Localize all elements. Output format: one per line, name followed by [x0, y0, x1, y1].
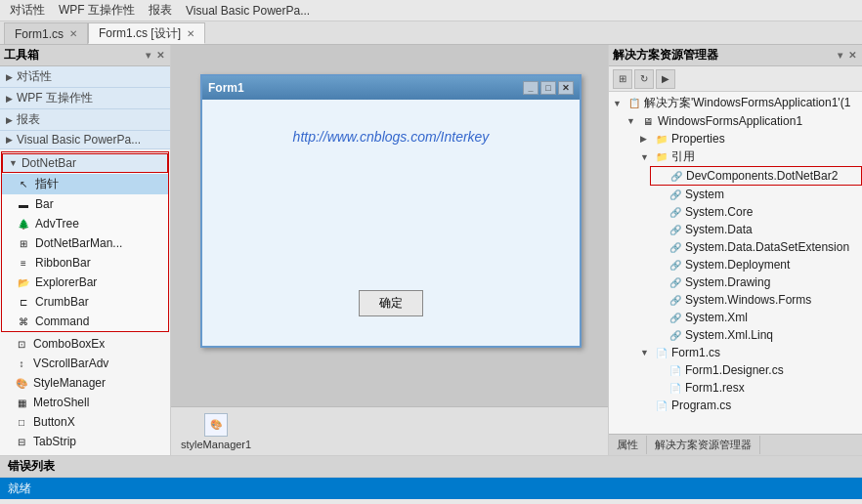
- toolbox-item-ribbonbar[interactable]: ≡ RibbonBar: [2, 253, 168, 273]
- bottom-bar: 错误列表 就绪: [0, 455, 862, 504]
- solution-close-btn[interactable]: ✕: [846, 50, 858, 61]
- tree-solution-root[interactable]: ▼ 📋 解决方案'WindowsFormsApplication1'(1: [609, 94, 862, 112]
- tree-ref-devcomponents[interactable]: 🔗 DevComponents.DotNetBar2: [650, 166, 862, 186]
- component-style-manager[interactable]: 🎨 styleManager1: [181, 413, 251, 450]
- tree-project[interactable]: ▼ 🖥 WindowsFormsApplication1: [623, 112, 862, 130]
- system-xml-icon: 🔗: [668, 310, 683, 325]
- toolbox-item-advtree[interactable]: 🌲 AdvTree: [2, 214, 168, 233]
- form1-designer-icon: 📄: [668, 362, 683, 378]
- section-label-dialog: 对话性: [17, 68, 52, 85]
- toolbox-title: 工具箱: [4, 47, 39, 63]
- solution-pin-btn[interactable]: ▾: [836, 50, 844, 61]
- toolbox-header: 工具箱 ▾ ✕: [0, 45, 170, 66]
- toolbox-item-dotnetbarmgr[interactable]: ⊞ DotNetBarMan...: [2, 233, 168, 253]
- tree-form1-cs[interactable]: ▼ 📄 Form1.cs: [636, 344, 862, 361]
- properties-label: Properties: [671, 132, 725, 146]
- toolbox-close-btn[interactable]: ✕: [154, 50, 166, 61]
- toolbox-content: ▶ 对话性 ▶ WPF 互操作性 ▶ 报表 ▶ Visual Basic Pow…: [0, 66, 170, 455]
- toolbox-item-tabstrip[interactable]: ⊟ TabStrip: [0, 432, 170, 451]
- solution-header: 解决方案资源管理器 ▾ ✕: [609, 45, 862, 66]
- tab-form1-design[interactable]: Form1.cs [设计] ✕: [88, 22, 205, 44]
- form-window: Form1 _ □ ✕ http://www.cnblogs.com/Inter…: [200, 74, 582, 348]
- style-manager-icon: 🎨: [204, 413, 228, 437]
- tree-ref-system-data-ext[interactable]: 🔗 System.Data.DataSetExtension: [650, 238, 862, 256]
- solution-icon: 📋: [626, 96, 642, 111]
- tree-ref-system-data[interactable]: 🔗 System.Data: [650, 221, 862, 238]
- menu-item-vb[interactable]: Visual Basic PowerPa...: [180, 2, 316, 20]
- form-ok-button[interactable]: 确定: [359, 290, 423, 316]
- tab-close-form1-design[interactable]: ✕: [187, 28, 194, 39]
- sol-tool-btn-1[interactable]: ⊞: [613, 69, 632, 89]
- form-close-btn[interactable]: ✕: [558, 81, 574, 95]
- toolbox-item-bar[interactable]: ▬ Bar: [2, 194, 168, 214]
- toolbox-item-pointer[interactable]: ↖ 指针: [2, 174, 168, 194]
- sol-tab-properties[interactable]: 属性: [609, 436, 647, 454]
- form1-icon: 📄: [654, 345, 669, 360]
- menu-item-dialog[interactable]: 对话性: [4, 0, 51, 21]
- system-core-icon: 🔗: [668, 204, 683, 220]
- form-maximize-btn[interactable]: □: [540, 81, 556, 95]
- form-title: Form1: [208, 81, 244, 95]
- tree-form1-designer[interactable]: 📄 Form1.Designer.cs: [650, 361, 862, 379]
- section-header-vb[interactable]: ▶ Visual Basic PowerPa...: [0, 131, 170, 149]
- explorer-icon: 📂: [16, 274, 31, 290]
- style-icon: 🎨: [14, 375, 29, 391]
- menu-item-wpf[interactable]: WPF 互操作性: [53, 0, 141, 21]
- toolbox-pin-btn[interactable]: ▾: [144, 50, 152, 61]
- tab-form1-cs[interactable]: Form1.cs ✕: [4, 22, 88, 44]
- properties-icon: 📁: [654, 131, 669, 147]
- toolbox-item-vscrollbarAdv[interactable]: ↕ VScrollBarAdv: [0, 354, 170, 373]
- section-header-dialog[interactable]: ▶ 对话性: [0, 66, 170, 88]
- designer-canvas: Form1 _ □ ✕ http://www.cnblogs.com/Inter…: [171, 45, 608, 406]
- solution-header-buttons: ▾ ✕: [836, 50, 858, 61]
- form-minimize-btn[interactable]: _: [523, 81, 539, 95]
- toolbox-item-stylemanager[interactable]: 🎨 StyleManager: [0, 373, 170, 393]
- system-data-icon: 🔗: [668, 222, 683, 237]
- form-body: http://www.cnblogs.com/Interkey 确定: [202, 100, 580, 346]
- project-label: WindowsFormsApplication1: [658, 114, 802, 128]
- tree-properties[interactable]: ▶ 📁 Properties: [636, 130, 862, 147]
- tree-ref-system-winforms[interactable]: 🔗 System.Windows.Forms: [650, 291, 862, 309]
- system-icon: 🔗: [668, 187, 683, 202]
- combo-icon: ⊡: [14, 336, 29, 352]
- sol-tool-btn-2[interactable]: ↻: [634, 69, 654, 89]
- menu-item-report[interactable]: 报表: [143, 0, 178, 21]
- tab-close-form1-cs[interactable]: ✕: [69, 28, 77, 39]
- section-label-wpf: WPF 互操作性: [17, 90, 93, 106]
- system-label: System: [685, 188, 724, 201]
- tree-references[interactable]: ▼ 📁 引用: [636, 147, 862, 166]
- tabstrip-icon: ⊟: [14, 434, 29, 449]
- section-header-dotnetbar[interactable]: ▼ DotNetBar: [2, 153, 168, 173]
- tree-ref-system-core[interactable]: 🔗 System.Core: [650, 203, 862, 221]
- toolbox-item-buttonx[interactable]: □ ButtonX: [0, 412, 170, 432]
- tree-ref-system-xml-linq[interactable]: 🔗 System.Xml.Linq: [650, 326, 862, 344]
- tree-ref-system-deployment[interactable]: 🔗 System.Deployment: [650, 256, 862, 273]
- tree-ref-system[interactable]: 🔗 System: [650, 186, 862, 203]
- advtree-icon: 🌲: [16, 216, 31, 231]
- system-drawing-label: System.Drawing: [685, 275, 770, 289]
- sol-tool-btn-3[interactable]: ▶: [656, 69, 675, 89]
- section-header-report[interactable]: ▶ 报表: [0, 109, 170, 131]
- tree-ref-system-xml[interactable]: 🔗 System.Xml: [650, 309, 862, 326]
- tree-ref-system-drawing[interactable]: 🔗 System.Drawing: [650, 273, 862, 291]
- form1-resx-icon: 📄: [668, 380, 683, 396]
- dotnetbar-items: ↖ 指针 ▬ Bar 🌲 AdvTree ⊞ DotNetBarMan...: [2, 174, 168, 331]
- vscroll-icon: ↕: [14, 356, 29, 371]
- toolbox-item-crumbbar[interactable]: ⊏ CrumbBar: [2, 292, 168, 312]
- references-label: 引用: [671, 148, 695, 165]
- devcomp-icon: 🔗: [668, 168, 684, 184]
- devcomp-label: DevComponents.DotNetBar2: [686, 169, 838, 183]
- tree-form1-resx[interactable]: 📄 Form1.resx: [650, 379, 862, 397]
- tree-program-cs[interactable]: 📄 Program.cs: [636, 397, 862, 414]
- toolbox-item-command[interactable]: ⌘ Command: [2, 312, 168, 331]
- triangle-icon-dnb: ▼: [9, 158, 18, 168]
- triangle-icon: ▶: [6, 72, 13, 82]
- pointer-icon: ↖: [16, 177, 31, 192]
- sol-tab-solution-explorer[interactable]: 解决方案资源管理器: [647, 436, 760, 454]
- toolbox-panel: 工具箱 ▾ ✕ ▶ 对话性 ▶ WPF 互操作性 ▶ 报表 ▶ Visual B: [0, 45, 171, 455]
- toolbox-item-explorerbar[interactable]: 📂 ExplorerBar: [2, 273, 168, 292]
- section-header-wpf[interactable]: ▶ WPF 互操作性: [0, 88, 170, 109]
- toolbox-item-metroshell[interactable]: ▦ MetroShell: [0, 393, 170, 412]
- component-label: styleManager1: [181, 439, 251, 450]
- toolbox-item-comboboxex[interactable]: ⊡ ComboBoxEx: [0, 334, 170, 354]
